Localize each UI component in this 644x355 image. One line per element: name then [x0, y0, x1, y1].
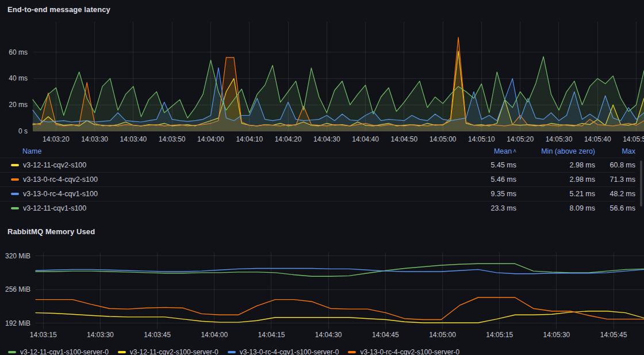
- mean-value: 9.35 ms: [447, 187, 516, 201]
- x-axis-tick-label: 14:04:30: [313, 135, 340, 143]
- max-value: 71.3 ms: [595, 173, 635, 187]
- legend-table: Name Mean˄ Min (above zero) Max v3-12-11…: [0, 146, 644, 215]
- x-axis-tick-label: 14:05:50: [623, 135, 644, 143]
- mean-value: 23.3 ms: [447, 201, 516, 216]
- x-axis-tick-label: 14:04:15: [258, 331, 285, 339]
- mean-value: 5.46 ms: [447, 173, 516, 187]
- series-name-label: v3-13-0-rc-4-cqv1-s100-server-0: [240, 348, 339, 355]
- series-name-label[interactable]: v3-12-11-cqv1-s100: [23, 204, 86, 212]
- legend-item[interactable]: v3-12-11-cqv2-s100-server-0: [118, 348, 218, 355]
- series-name-label[interactable]: v3-13-0-rc-4-cqv1-s100: [23, 190, 98, 198]
- series-color-swatch: [118, 351, 126, 353]
- x-axis-tick-label: 14:04:20: [275, 135, 302, 143]
- x-axis-tick-label: 14:05:20: [507, 135, 534, 143]
- series-color-swatch: [228, 351, 236, 353]
- dashboard: End-to-end message latency 14:03:2014:03…: [0, 0, 644, 355]
- legend-item[interactable]: v3-13-0-rc-4-cqv2-s100-server-0: [348, 348, 459, 355]
- column-header-mean-label: Mean: [494, 147, 512, 155]
- series-color-swatch[interactable]: [11, 164, 19, 166]
- series-line-v3-13-0-rc-4-cqv1-s100-server-0: [36, 269, 644, 274]
- x-axis-tick-label: 14:05:30: [543, 331, 570, 339]
- legend-header-row: Name Mean˄ Min (above zero) Max: [0, 146, 635, 158]
- x-axis-tick-label: 14:05:45: [600, 331, 627, 339]
- y-axis-tick-label: 40 ms: [9, 74, 28, 82]
- series-line-v3-12-11-cqv1-s100-server-0: [36, 264, 644, 276]
- y-axis-tick-label: 60 ms: [9, 48, 28, 56]
- x-axis-tick-label: 14:03:40: [120, 135, 147, 143]
- series-name-label: v3-12-11-cqv1-s100-server-0: [20, 348, 109, 355]
- legend-item[interactable]: v3-13-0-rc-4-cqv1-s100-server-0: [228, 348, 339, 355]
- x-axis-tick-label: 14:04:40: [352, 135, 379, 143]
- series-color-swatch[interactable]: [11, 178, 19, 181]
- series-line-v3-12-11-cqv2-s100-server-0: [36, 311, 644, 323]
- legend-table-row[interactable]: v3-12-11-cqv1-s10023.3 ms8.09 ms56.6 ms: [0, 201, 635, 216]
- min-value: 2.98 ms: [516, 158, 595, 173]
- min-value: 8.09 ms: [516, 201, 595, 216]
- mean-value: 5.45 ms: [447, 158, 516, 173]
- x-axis-tick-label: 14:03:50: [159, 135, 186, 143]
- series-fill-v3-12-11-cqv1-s100: [33, 56, 644, 131]
- x-axis-tick-label: 14:05:15: [486, 331, 513, 339]
- y-axis-tick-label: 256 MiB: [5, 285, 30, 293]
- max-value: 56.6 ms: [595, 201, 635, 216]
- min-value: 2.98 ms: [516, 173, 595, 187]
- legend-table-row[interactable]: v3-13-0-rc-4-cqv2-s1005.46 ms2.98 ms71.3…: [0, 173, 635, 187]
- max-value: 48.2 ms: [595, 187, 635, 201]
- sort-asc-icon: ˄: [513, 148, 516, 154]
- x-axis-tick-label: 14:03:30: [81, 135, 108, 143]
- x-axis-tick-label: 14:03:45: [144, 331, 171, 339]
- series-line-v3-13-0-rc-4-cqv2-s100-server-0: [36, 297, 644, 320]
- series-color-swatch: [348, 351, 356, 353]
- column-header-max[interactable]: Max: [595, 146, 635, 158]
- min-value: 5.21 ms: [516, 187, 595, 201]
- x-axis-tick-label: 14:05:00: [430, 135, 457, 143]
- max-value: 60.8 ms: [595, 158, 635, 173]
- column-header-mean[interactable]: Mean˄: [447, 146, 516, 158]
- y-axis-tick-label: 0 s: [18, 127, 28, 135]
- latency-panel: End-to-end message latency 14:03:2014:03…: [0, 0, 644, 215]
- memory-panel: RabbitMQ Memory Used 14:03:1514:03:3014:…: [0, 215, 644, 355]
- scrollbar-thumb[interactable]: [640, 161, 642, 207]
- series-color-swatch: [8, 351, 16, 353]
- column-header-min[interactable]: Min (above zero): [516, 146, 595, 158]
- series-color-swatch[interactable]: [11, 207, 19, 209]
- legend-table-row[interactable]: v3-12-11-cqv2-s1005.45 ms2.98 ms60.8 ms: [0, 158, 635, 173]
- series-name-label[interactable]: v3-13-0-rc-4-cqv2-s100: [23, 175, 98, 184]
- memory-legend: v3-12-11-cqv1-s100-server-0v3-12-11-cqv2…: [0, 343, 644, 355]
- x-axis-tick-label: 14:03:30: [87, 331, 114, 339]
- x-axis-tick-label: 14:05:40: [584, 135, 611, 143]
- x-axis-tick-label: 14:05:30: [546, 135, 573, 143]
- series-name-label[interactable]: v3-12-11-cqv2-s100: [23, 161, 86, 169]
- y-axis-tick-label: 192 MiB: [5, 319, 30, 327]
- x-axis-tick-label: 14:05:10: [468, 135, 495, 143]
- y-axis-tick-label: 320 MiB: [5, 252, 30, 260]
- x-axis-tick-label: 14:04:45: [372, 331, 399, 339]
- series-color-swatch[interactable]: [11, 193, 19, 195]
- legend-item[interactable]: v3-12-11-cqv1-s100-server-0: [8, 348, 109, 355]
- memory-chart[interactable]: 14:03:1514:03:3014:03:4514:04:0014:04:15…: [0, 239, 644, 343]
- x-axis-tick-label: 14:04:30: [315, 331, 342, 339]
- latency-chart[interactable]: 14:03:2014:03:3014:03:4014:03:5014:04:00…: [0, 17, 644, 146]
- x-axis-tick-label: 14:04:10: [236, 135, 263, 143]
- y-axis-tick-label: 20 ms: [9, 101, 28, 109]
- panel-title: RabbitMQ Memory Used: [0, 215, 644, 239]
- column-header-name[interactable]: Name: [0, 146, 447, 158]
- x-axis-tick-label: 14:03:15: [30, 331, 57, 339]
- series-name-label: v3-12-11-cqv2-s100-server-0: [130, 348, 218, 355]
- panel-title: End-to-end message latency: [0, 0, 644, 17]
- x-axis-tick-label: 14:05:00: [429, 331, 456, 339]
- x-axis-tick-label: 14:04:00: [197, 135, 224, 143]
- legend-table-row[interactable]: v3-13-0-rc-4-cqv1-s1009.35 ms5.21 ms48.2…: [0, 187, 635, 201]
- series-name-label: v3-13-0-rc-4-cqv2-s100-server-0: [360, 348, 459, 355]
- x-axis-tick-label: 14:04:00: [201, 331, 228, 339]
- x-axis-tick-label: 14:03:20: [43, 135, 70, 143]
- x-axis-tick-label: 14:04:50: [391, 135, 418, 143]
